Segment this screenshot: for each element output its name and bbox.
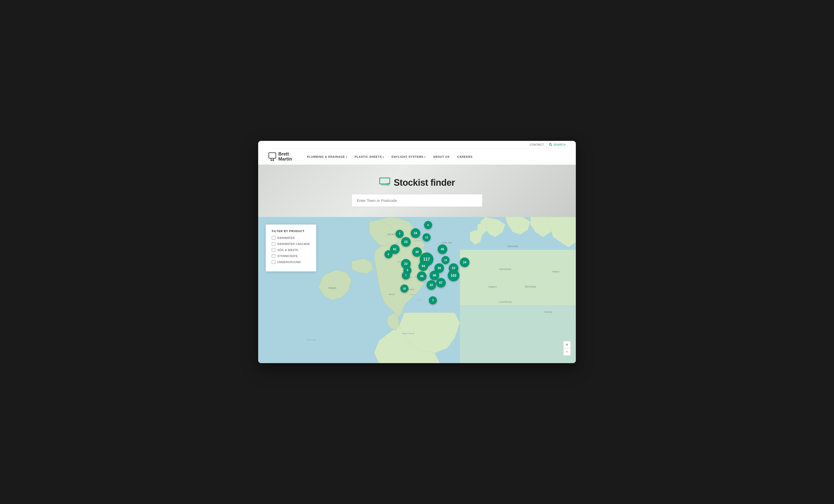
nav-daylight[interactable]: DAYLIGHT SYSTEMS	[392, 155, 425, 158]
nav-plumbing[interactable]: PLUMBING & DRAINAGE	[307, 155, 347, 158]
top-bar: CONTACT SEARCH	[268, 141, 566, 149]
svg-text:Poland: Poland	[552, 270, 559, 273]
cluster-102-london[interactable]: 102	[448, 270, 459, 281]
svg-line-1	[551, 145, 552, 146]
svg-text:North Sea: North Sea	[442, 242, 452, 244]
svg-text:Luxembourg: Luxembourg	[499, 301, 511, 303]
search-link[interactable]: SEARCH	[549, 143, 566, 146]
cluster-46-bristol[interactable]: 46	[417, 271, 426, 281]
svg-text:Belgium: Belgium	[489, 285, 497, 288]
svg-text:Netherlands: Netherlands	[499, 268, 511, 270]
filter-rainwater-cascade-label: RAINWATER CASCADE	[277, 243, 310, 246]
filter-underground-label: UNDERGROUND	[277, 260, 301, 264]
filter-rainwater-label: RAINWATER	[277, 236, 295, 239]
search-input[interactable]	[351, 194, 483, 207]
svg-text:Aberdeen: Aberdeen	[413, 240, 420, 242]
cluster-18-cornwall[interactable]: 18	[400, 284, 409, 293]
filter-title: FILTER BY PRODUCT	[272, 230, 310, 233]
svg-text:Celtic Sea: Celtic Sea	[307, 339, 316, 341]
svg-text:London: London	[417, 299, 422, 301]
filter-underground[interactable]: UNDERGROUND	[272, 260, 310, 264]
hero-section: Stockist finder	[258, 165, 576, 217]
cluster-3-nw-scotland[interactable]: 3	[396, 230, 404, 238]
cluster-45-ne-england[interactable]: 45	[438, 245, 447, 254]
cluster-6-aberdeen[interactable]: 6	[424, 221, 432, 229]
page-title-area: Stockist finder	[268, 177, 566, 188]
search-bar	[351, 194, 483, 207]
nav-bar: Brett Martin PLUMBING & DRAINAGE PLASTIC…	[268, 149, 566, 165]
filter-stormcrate-label: STORMCRATE	[277, 254, 298, 257]
browser-window: CONTACT SEARCH Brett Martin	[258, 141, 576, 363]
cluster-6-ireland[interactable]: 6	[385, 250, 393, 258]
cluster-24-dundee[interactable]: 24	[411, 228, 420, 238]
search-label: SEARCH	[553, 143, 566, 146]
filter-stormcrate[interactable]: STORMCRATE	[272, 254, 310, 258]
page-title: Stockist finder	[394, 177, 455, 188]
svg-text:Germany: Germany	[525, 285, 536, 288]
stockist-finder-icon	[379, 177, 390, 188]
filter-underground-checkbox[interactable]	[272, 260, 275, 264]
cluster-67-bournemouth[interactable]: 67	[436, 278, 446, 288]
cluster-30-iom[interactable]: 30	[412, 247, 422, 257]
filter-rainwater-checkbox[interactable]	[272, 236, 275, 239]
cluster-14-yorkshire[interactable]: 14	[441, 256, 449, 264]
filter-panel: FILTER BY PRODUCT RAINWATER RAINWATER CA…	[266, 225, 316, 271]
svg-rect-2	[269, 153, 276, 158]
map-section: SCOTLAND United Kingdom WALES ENGLAND Ir…	[258, 217, 576, 363]
filter-soil-waste[interactable]: SOIL & WASTE	[272, 248, 310, 252]
nav-careers[interactable]: CAREERS	[457, 155, 473, 158]
cluster-13-edinburgh[interactable]: 13	[422, 233, 431, 242]
main-navigation: PLUMBING & DRAINAGE PLASTIC SHEETS DAYLI…	[307, 155, 473, 158]
logo[interactable]: Brett Martin	[268, 152, 292, 162]
cluster-22-exeter[interactable]: 22	[426, 280, 436, 290]
cluster-3-france[interactable]: 3	[429, 296, 437, 304]
cluster-23-glasgow[interactable]: 23	[401, 237, 411, 247]
cluster-7-sw[interactable]: 7	[402, 271, 410, 279]
svg-text:WALES: WALES	[389, 294, 395, 295]
nav-about[interactable]: ABOUT US	[433, 155, 449, 158]
filter-rainwater[interactable]: RAINWATER	[272, 236, 310, 239]
svg-point-0	[549, 143, 551, 145]
filter-soil-waste-checkbox[interactable]	[272, 248, 275, 252]
contact-link[interactable]: CONTACT	[530, 143, 544, 146]
svg-text:Ireland: Ireland	[329, 287, 336, 289]
filter-rainwater-cascade-checkbox[interactable]	[272, 242, 275, 246]
cluster-24-norfolk[interactable]: 24	[460, 257, 469, 267]
zoom-in-button[interactable]: +	[564, 341, 571, 348]
zoom-out-button[interactable]: −	[564, 348, 571, 355]
svg-text:Oxford: Oxford	[410, 294, 415, 295]
logo-text: Brett Martin	[278, 152, 292, 162]
nav-plastic[interactable]: PLASTIC SHEETS	[355, 155, 384, 158]
logo-icon	[268, 152, 276, 161]
filter-rainwater-cascade[interactable]: RAINWATER CASCADE	[272, 242, 310, 246]
filter-stormcrate-checkbox[interactable]	[272, 254, 275, 258]
filter-soil-waste-label: SOIL & WASTE	[277, 249, 298, 252]
site-header: CONTACT SEARCH Brett Martin	[258, 141, 576, 165]
svg-text:English Channel: English Channel	[402, 333, 415, 335]
svg-text:Czechia: Czechia	[544, 311, 552, 313]
search-icon	[549, 143, 552, 146]
zoom-controls: + −	[563, 341, 571, 356]
cluster-64-midlands[interactable]: 64	[418, 261, 428, 271]
svg-text:Denmark: Denmark	[508, 245, 518, 248]
